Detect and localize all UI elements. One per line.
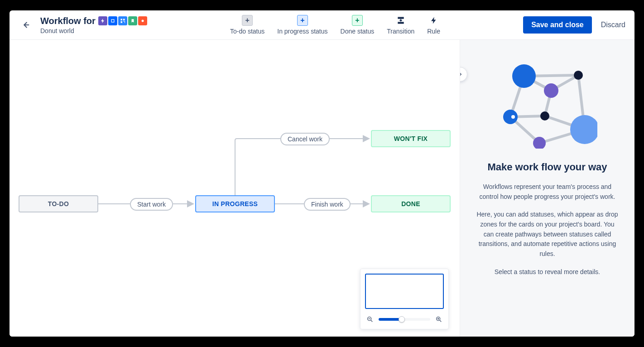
svg-point-33 (511, 115, 515, 119)
tool-label: In progress status (277, 28, 327, 35)
zoom-in-button[interactable] (434, 314, 444, 324)
panel-illustration (475, 58, 620, 149)
zoom-out-icon (366, 316, 374, 323)
project-name: Donut world (40, 27, 147, 34)
task-icon (118, 16, 127, 25)
subtask-icon (128, 16, 137, 25)
issue-type-icons (98, 16, 147, 25)
svg-point-31 (544, 83, 558, 98)
rule-icon (428, 15, 439, 26)
panel-paragraph-1: Workflows represent your team's process … (475, 182, 620, 202)
app-window: Workflow for (10, 10, 634, 337)
status-node-wont-fix[interactable]: WON'T FIX (371, 130, 451, 147)
plus-icon: + (242, 15, 253, 26)
status-node-in-progress[interactable]: IN PROGRESS (195, 195, 275, 212)
toolbar: + To-do status + In progress status + Do… (230, 15, 440, 35)
header-actions: Save and close Discard (523, 16, 625, 34)
discard-button[interactable]: Discard (601, 21, 625, 29)
add-done-status-button[interactable]: + Done status (341, 15, 375, 35)
zoom-in-icon (435, 316, 442, 323)
header-bar: Workflow for (10, 10, 634, 40)
status-node-done[interactable]: DONE (371, 195, 451, 212)
panel-title: Make work flow your way (475, 161, 620, 173)
svg-rect-6 (398, 22, 404, 24)
add-transition-button[interactable]: Transition (387, 15, 414, 35)
minimap (360, 269, 449, 329)
svg-point-35 (570, 115, 597, 144)
add-inprogress-status-button[interactable]: + In progress status (277, 15, 327, 35)
bug-icon (138, 16, 147, 25)
transition-icon (395, 15, 406, 26)
back-button[interactable] (19, 18, 33, 32)
svg-point-34 (540, 111, 549, 120)
collapse-panel-button[interactable] (460, 67, 467, 82)
plus-icon: + (297, 15, 308, 26)
save-button[interactable]: Save and close (523, 16, 592, 34)
svg-point-32 (503, 110, 518, 124)
add-todo-status-button[interactable]: + To-do status (230, 15, 264, 35)
tool-label: Done status (341, 28, 375, 35)
zoom-out-button[interactable] (365, 314, 375, 324)
story-icon (108, 16, 117, 25)
svg-point-30 (574, 71, 583, 80)
tool-label: Transition (387, 28, 414, 35)
svg-rect-1 (120, 19, 122, 21)
title-block: Workflow for (40, 16, 147, 34)
workflow-canvas[interactable]: TO-DO IN PROGRESS WON'T FIX DONE Start w… (10, 40, 460, 337)
tool-label: Rule (427, 28, 440, 35)
epic-icon (98, 16, 107, 25)
transition-finish-work[interactable]: Finish work (304, 198, 351, 211)
panel-paragraph-3: Select a status to reveal more details. (475, 267, 620, 277)
svg-point-29 (512, 64, 536, 88)
svg-line-16 (440, 320, 441, 322)
svg-rect-3 (120, 21, 122, 23)
body: TO-DO IN PROGRESS WON'T FIX DONE Start w… (10, 40, 634, 337)
svg-rect-0 (111, 19, 114, 22)
panel-paragraph-2: Here, you can add statuses, which appear… (475, 210, 620, 259)
svg-point-4 (141, 20, 144, 22)
zoom-slider[interactable] (379, 318, 430, 321)
page-title: Workflow for (40, 16, 96, 26)
chevron-right-icon (460, 71, 463, 77)
arrow-left-icon (21, 20, 31, 30)
side-panel: Make work flow your way Workflows repres… (460, 40, 634, 337)
tool-label: To-do status (230, 28, 264, 35)
svg-rect-2 (123, 19, 125, 21)
svg-rect-5 (398, 17, 404, 19)
transition-cancel-work[interactable]: Cancel work (280, 133, 330, 145)
zoom-controls (365, 314, 444, 324)
minimap-viewport[interactable] (365, 274, 444, 309)
transition-start-work[interactable]: Start work (130, 198, 173, 211)
status-node-todo[interactable]: TO-DO (19, 195, 98, 212)
add-rule-button[interactable]: Rule (427, 15, 440, 35)
svg-line-13 (371, 320, 372, 322)
plus-icon: + (352, 15, 363, 26)
